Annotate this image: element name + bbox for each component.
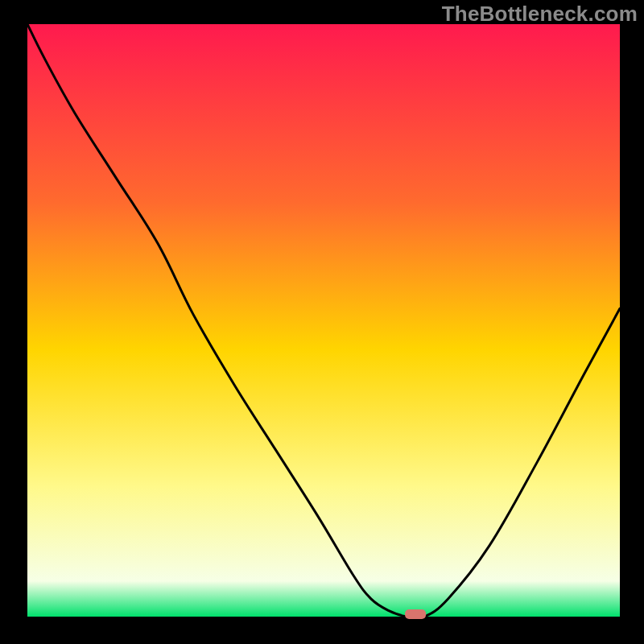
optimal-marker [405, 609, 426, 619]
watermark-text: TheBottleneck.com [442, 2, 638, 27]
chart-stage: TheBottleneck.com [0, 0, 644, 644]
bottleneck-chart [0, 0, 644, 644]
